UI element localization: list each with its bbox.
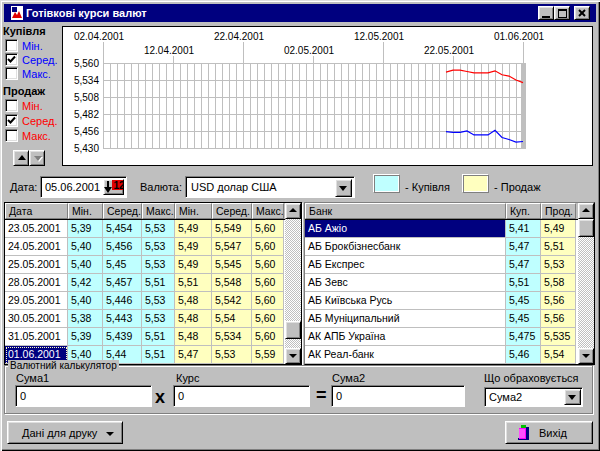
column-header[interactable]: Макс. [252, 203, 284, 219]
table-cell[interactable]: 5,49 [175, 238, 212, 256]
table-cell[interactable]: 5,60 [252, 256, 284, 274]
table-row[interactable]: АБ Муніципальний5,455,56 [305, 310, 576, 328]
table-cell[interactable]: 5,60 [252, 274, 284, 292]
table-cell[interactable]: 5,47 [506, 256, 541, 274]
table-row[interactable]: 28.05.20015,425,4575,515,515,5485,60 [5, 274, 284, 292]
table-cell[interactable]: 5,60 [252, 310, 284, 328]
checkbox-unchecked-icon[interactable] [5, 67, 18, 80]
table-cell[interactable]: 5,46 [506, 346, 541, 364]
table-cell[interactable]: 5,45 [103, 256, 142, 274]
print-data-button[interactable]: Дані для друку [7, 421, 123, 444]
scroll-up-button[interactable] [578, 203, 594, 219]
column-header[interactable]: Серед. [212, 203, 252, 219]
table-cell[interactable]: АБ Зевс [305, 274, 506, 292]
minimize-button[interactable] [538, 6, 554, 20]
table-cell[interactable]: 5,49 [541, 220, 576, 238]
rates-table-scrollbar[interactable] [285, 203, 301, 364]
checkbox-макс[interactable]: Макс. [5, 129, 61, 142]
column-header[interactable]: Мін. [68, 203, 103, 219]
table-cell[interactable]: 5,439 [103, 328, 142, 346]
table-cell[interactable]: 5,534 [212, 328, 252, 346]
table-cell[interactable]: 5,56 [541, 310, 576, 328]
table-cell[interactable]: 5,58 [541, 274, 576, 292]
table-cell[interactable]: 5,53 [142, 256, 175, 274]
table-cell[interactable]: 30.05.2001 [5, 310, 68, 328]
table-cell[interactable]: 5,54 [541, 346, 576, 364]
column-header[interactable]: Дата [5, 203, 68, 219]
scale-down-button[interactable] [29, 150, 45, 166]
column-header[interactable]: Банк [305, 203, 506, 219]
table-cell[interactable]: 5,548 [212, 274, 252, 292]
table-cell[interactable]: 5,45 [506, 310, 541, 328]
table-cell[interactable]: 5,542 [212, 292, 252, 310]
table-cell[interactable]: 5,40 [68, 292, 103, 310]
table-cell[interactable]: 5,39 [68, 220, 103, 238]
table-cell[interactable]: 5,60 [252, 328, 284, 346]
table-cell[interactable]: АБ Брокбізнесбанк [305, 238, 506, 256]
table-row[interactable]: АК Реал-банк5,465,54 [305, 346, 576, 364]
table-cell[interactable]: 5,51 [541, 238, 576, 256]
currency-combo-button[interactable] [335, 179, 352, 197]
table-cell[interactable]: 5,48 [175, 292, 212, 310]
table-cell[interactable]: АБ Експрес [305, 256, 506, 274]
table-cell[interactable]: 5,535 [541, 328, 576, 346]
table-cell[interactable]: 5,547 [212, 238, 252, 256]
table-row[interactable]: 29.05.20015,405,4465,535,485,5425,60 [5, 292, 284, 310]
table-cell[interactable]: 5,446 [103, 292, 142, 310]
target-combo[interactable]: Сума2 [484, 387, 583, 407]
checkbox-checked-icon[interactable] [5, 53, 18, 66]
table-row[interactable]: АБ Ажіо5,415,49 [305, 220, 576, 238]
table-row[interactable]: 31.05.20015,395,4395,515,485,5345,60 [5, 328, 284, 346]
table-cell[interactable]: 5,40 [68, 238, 103, 256]
banks-table-scrollbar[interactable] [578, 203, 594, 364]
checkbox-unchecked-icon[interactable] [5, 129, 18, 142]
table-cell[interactable]: 23.05.2001 [5, 220, 68, 238]
currency-combo[interactable]: USD долар США [185, 176, 355, 198]
table-cell[interactable]: 5,549 [212, 220, 252, 238]
exit-button[interactable]: Вихід [505, 421, 593, 444]
table-cell[interactable]: 31.05.2001 [5, 328, 68, 346]
column-header[interactable]: Прод. [541, 203, 576, 219]
scroll-thumb[interactable] [578, 219, 594, 237]
table-cell[interactable]: 5,42 [68, 274, 103, 292]
checkbox-checked-icon[interactable] [5, 114, 18, 127]
table-cell[interactable]: 5,443 [103, 310, 142, 328]
table-cell[interactable]: 5,49 [175, 256, 212, 274]
checkbox-мін[interactable]: Мін. [5, 39, 61, 52]
table-cell[interactable]: 5,54 [212, 310, 252, 328]
scroll-down-button[interactable] [578, 348, 594, 364]
sum2-input[interactable]: 0 [331, 385, 465, 407]
table-cell[interactable]: АК Реал-банк [305, 346, 506, 364]
column-header[interactable]: Макс. [142, 203, 175, 219]
table-cell[interactable]: АК АПБ Україна [305, 328, 506, 346]
table-cell[interactable]: 5,47 [506, 238, 541, 256]
table-cell[interactable]: 5,47 [175, 346, 212, 364]
table-cell[interactable]: 5,53 [142, 310, 175, 328]
title-bar[interactable]: Готівкові курси валют [4, 4, 596, 22]
table-cell[interactable]: АБ Ажіо [305, 220, 506, 238]
table-cell[interactable]: 5,60 [252, 292, 284, 310]
table-cell[interactable]: 5,456 [103, 238, 142, 256]
table-cell[interactable]: 5,40 [68, 256, 103, 274]
table-cell[interactable]: 5,51 [175, 274, 212, 292]
table-cell[interactable]: 5,545 [212, 256, 252, 274]
table-row[interactable]: АК АПБ Україна5,4755,535 [305, 328, 576, 346]
table-cell[interactable]: 5,53 [142, 238, 175, 256]
table-cell[interactable]: 5,475 [506, 328, 541, 346]
table-cell[interactable]: 5,48 [175, 310, 212, 328]
maximize-button[interactable] [554, 6, 570, 20]
table-cell[interactable]: 25.05.2001 [5, 256, 68, 274]
table-cell[interactable]: 5,49 [175, 220, 212, 238]
table-row[interactable]: 23.05.20015,395,4545,535,495,5495,60 [5, 220, 284, 238]
table-cell[interactable]: 5,51 [506, 274, 541, 292]
table-cell[interactable]: 5,41 [506, 220, 541, 238]
table-row[interactable]: АБ Зевс5,515,58 [305, 274, 576, 292]
table-cell[interactable]: 5,53 [142, 220, 175, 238]
table-row[interactable]: АБ Брокбізнесбанк5,475,51 [305, 238, 576, 256]
column-header[interactable]: Серед. [103, 203, 142, 219]
checkbox-unchecked-icon[interactable] [5, 99, 18, 112]
table-cell[interactable]: 5,53 [142, 292, 175, 310]
table-cell[interactable]: 24.05.2001 [5, 238, 68, 256]
checkbox-серед[interactable]: Серед. [5, 53, 61, 66]
date-field[interactable]: 05.06.2001 12 [40, 176, 127, 198]
